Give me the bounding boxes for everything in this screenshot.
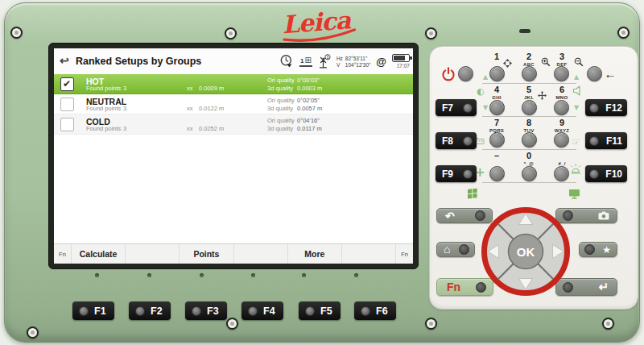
sd-value: 0.0009 m bbox=[199, 85, 224, 92]
key-3-letters: DEF bbox=[548, 62, 576, 68]
f12-key[interactable]: F12 bbox=[585, 99, 627, 116]
key-8-label: 8 bbox=[515, 118, 543, 127]
key-8-button[interactable] bbox=[522, 132, 537, 148]
screw bbox=[27, 326, 39, 339]
key-8-letters: TUV bbox=[515, 128, 543, 134]
touchscreen[interactable]: ↩ Ranked Setups by Groups 1 ⊞ 1 bbox=[54, 48, 413, 264]
star-icon: ★ bbox=[602, 244, 611, 256]
f8-key[interactable]: F8 bbox=[436, 132, 477, 149]
softkey-points[interactable]: Points bbox=[179, 244, 233, 264]
f7-label: F7 bbox=[442, 102, 453, 114]
ori-quality-label: Ori quality bbox=[267, 117, 295, 124]
softkey-fn-right[interactable]: Fn bbox=[396, 244, 413, 264]
f4-dot bbox=[248, 306, 258, 316]
key-4-letters: GHI bbox=[483, 95, 510, 101]
f5-dot bbox=[305, 306, 315, 316]
softkey-fn-left[interactable]: Fn bbox=[54, 244, 71, 264]
f9-key[interactable]: F9 bbox=[436, 165, 477, 182]
softkey-empty-4[interactable] bbox=[233, 244, 287, 264]
ori-quality-value: 0°02'05" bbox=[297, 97, 320, 104]
key-9-label: 9 bbox=[548, 118, 576, 127]
key-0-button[interactable] bbox=[522, 166, 537, 181]
key-hash-button[interactable] bbox=[554, 166, 569, 181]
f11-label: F11 bbox=[606, 135, 622, 147]
list-item-neutral[interactable]: NEUTRAL Found points 3 xx 0.0122 m Ori q… bbox=[54, 94, 413, 114]
list-item-hot[interactable]: HOT Found points 3 xx 0.0009 m Ori quali… bbox=[54, 74, 413, 94]
key-1-button[interactable] bbox=[489, 66, 505, 81]
f3-dot bbox=[192, 306, 201, 316]
microphone-slot bbox=[519, 29, 530, 33]
f2-key[interactable]: F2 bbox=[129, 301, 171, 320]
found-points-value: 3 bbox=[123, 125, 126, 132]
ori-quality-value: 0°04'16" bbox=[297, 117, 320, 124]
f2-dot bbox=[135, 306, 145, 316]
key-3-label: 3 bbox=[548, 52, 576, 61]
softkey-calculate[interactable]: Calculate bbox=[71, 244, 125, 264]
f1-key[interactable]: F1 bbox=[72, 301, 114, 320]
key-3-button[interactable] bbox=[554, 66, 569, 81]
dpad[interactable]: OK bbox=[481, 206, 571, 297]
screw bbox=[602, 318, 614, 330]
f10-key[interactable]: F10 bbox=[585, 165, 627, 182]
softkey-empty-2[interactable] bbox=[125, 244, 179, 264]
f7-key[interactable]: F7 bbox=[436, 99, 477, 116]
home-key[interactable]: ⌂ bbox=[436, 242, 475, 257]
sd-value: 0.0122 m bbox=[199, 105, 224, 112]
reflector-icon[interactable]: 1 bbox=[318, 54, 331, 69]
ok-label: OK bbox=[517, 245, 535, 259]
softkey-empty-6[interactable] bbox=[341, 244, 396, 264]
key-2-button[interactable] bbox=[522, 66, 537, 81]
leica-controller: Leica ↩ Ranked Setups by Groups 1 ⊞ bbox=[0, 0, 644, 345]
f6-dot bbox=[361, 306, 370, 316]
sd-label: xx bbox=[187, 125, 193, 132]
zoom-in-icon bbox=[541, 57, 551, 67]
f1-dot bbox=[79, 306, 89, 316]
key-6-button[interactable] bbox=[554, 100, 569, 115]
found-points-label: Found points bbox=[86, 85, 121, 92]
screw bbox=[425, 318, 437, 330]
v-value: 104°12'30" bbox=[345, 62, 370, 68]
key-9-button[interactable] bbox=[554, 132, 569, 148]
screw bbox=[425, 27, 437, 39]
volume-up-icon: ▲ bbox=[572, 73, 581, 81]
key-6-letters: MNO bbox=[548, 95, 576, 101]
f6-key[interactable]: F6 bbox=[354, 301, 396, 320]
key-7-button[interactable] bbox=[489, 132, 505, 148]
checkbox-cold[interactable] bbox=[60, 118, 74, 131]
softkey-more[interactable]: More bbox=[287, 244, 341, 264]
list-item-cold[interactable]: COLD Found points 3 xx 0.0252 m Ori qual… bbox=[54, 114, 413, 135]
q3d-value: 0.0117 m bbox=[297, 125, 322, 132]
key-4-button[interactable] bbox=[489, 100, 505, 115]
power-button[interactable] bbox=[458, 66, 473, 81]
f3-key[interactable]: F3 bbox=[185, 301, 227, 320]
battery-icon bbox=[392, 54, 410, 62]
battery-status[interactable]: 17:07 bbox=[392, 54, 410, 69]
back-icon[interactable]: ↩ bbox=[60, 54, 69, 67]
softkey-indicator-dot bbox=[95, 273, 99, 277]
angle-readout[interactable]: Hz 82°53'11" V 104°12'30" bbox=[336, 56, 370, 68]
move-icon bbox=[538, 91, 547, 100]
v-label: V bbox=[336, 62, 343, 68]
f4-key[interactable]: F4 bbox=[242, 301, 283, 320]
found-points-label: Found points bbox=[86, 125, 121, 132]
backspace-button[interactable] bbox=[587, 66, 602, 81]
checkbox-neutral[interactable] bbox=[60, 98, 74, 111]
f5-key[interactable]: F5 bbox=[299, 301, 341, 320]
nav-cross-icon bbox=[503, 59, 512, 68]
f11-key[interactable]: F11 bbox=[585, 132, 627, 149]
key-0-letters: *_@ bbox=[515, 161, 543, 167]
f12-dot bbox=[589, 103, 599, 113]
q3d-label: 3d quality bbox=[267, 85, 293, 92]
favorites-key[interactable]: ★ bbox=[579, 242, 617, 257]
key-5-button[interactable] bbox=[522, 100, 537, 115]
positioning-clock-icon[interactable] bbox=[279, 54, 294, 69]
ori-quality-value: 0°00'03" bbox=[297, 77, 320, 84]
key-minus-button[interactable] bbox=[489, 166, 505, 181]
connection-at-icon[interactable]: @ bbox=[376, 56, 386, 68]
sd-label: xx bbox=[187, 105, 193, 112]
ori-quality-label: Ori quality bbox=[267, 77, 295, 84]
title-bar: ↩ Ranked Setups by Groups 1 ⊞ 1 bbox=[54, 48, 413, 74]
checkbox-hot[interactable] bbox=[60, 77, 74, 91]
key-6-label: 6 bbox=[548, 85, 576, 94]
keyboard-indicator[interactable]: 1 ⊞ bbox=[299, 56, 312, 67]
